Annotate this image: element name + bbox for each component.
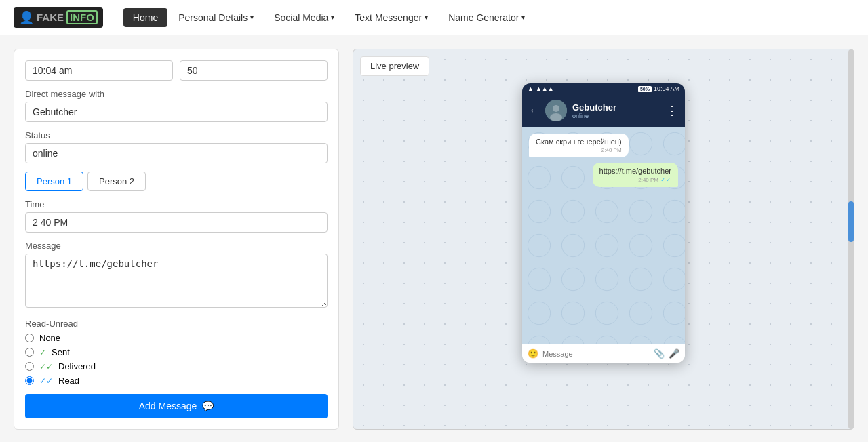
scrollbar-thumb[interactable] — [848, 201, 854, 242]
status-row: Status — [25, 130, 328, 163]
wifi-icon: ▲ — [528, 85, 534, 92]
svg-point-1 — [553, 105, 559, 112]
message-time-sent: 2:40 PM ✓✓ — [599, 176, 671, 183]
double-check-icon: ✓✓ — [660, 176, 671, 183]
nav-item-personal[interactable]: Personal Details ▾ — [169, 8, 263, 27]
tg-input-bar: 🙂 📎 🎤 — [522, 344, 685, 363]
tg-header: ← Gebutcher online ⋮ — [522, 94, 685, 127]
tab-person1[interactable]: Person 1 — [25, 172, 83, 191]
contact-status: online — [572, 113, 660, 119]
nav-item-social[interactable]: Social Media ▾ — [264, 8, 344, 27]
radio-read-label: Read — [58, 376, 79, 386]
brand-logo: 👤 FAKE INFO — [14, 7, 103, 28]
more-options-icon[interactable]: ⋮ — [666, 103, 678, 118]
nav-item-name[interactable]: Name Generator ▾ — [439, 8, 534, 27]
chat-icon: 💬 — [202, 401, 214, 411]
add-message-label: Add Message — [139, 401, 197, 411]
battery-indicator: 50% — [638, 86, 652, 92]
tg-message-input[interactable] — [542, 350, 650, 358]
tab-person2[interactable]: Person 2 — [87, 172, 146, 191]
time-field[interactable] — [25, 212, 328, 233]
radio-none[interactable]: None — [25, 333, 328, 343]
mic-icon[interactable]: 🎤 — [669, 348, 679, 359]
main-content: Direct message with Status Person 1 Pers… — [0, 35, 868, 442]
nav-item-text[interactable]: Text Messenger ▾ — [345, 8, 437, 27]
time-label: Time — [25, 199, 328, 209]
radio-sent[interactable]: ✓ Sent — [25, 347, 328, 357]
direct-message-row: Direct message with — [25, 89, 328, 122]
svg-point-2 — [550, 113, 562, 121]
battery-input[interactable] — [180, 60, 328, 81]
live-preview-tab: Live preview — [360, 56, 429, 76]
radio-delivered[interactable]: ✓✓ Delivered — [25, 361, 328, 371]
chevron-down-icon: ▾ — [521, 14, 525, 21]
status-label: Status — [25, 130, 328, 140]
contact-name: Gebutcher — [572, 102, 660, 113]
chevron-down-icon: ▾ — [250, 14, 254, 21]
left-panel: Direct message with Status Person 1 Pers… — [14, 49, 339, 430]
add-message-button[interactable]: Add Message 💬 — [25, 394, 328, 418]
logo-person-icon: 👤 — [19, 10, 34, 25]
read-unread-row: Read-Unread None ✓ Sent ✓✓ Delivered — [25, 319, 328, 386]
sent-check-icon: ✓ — [39, 348, 46, 357]
time-input[interactable] — [25, 60, 173, 81]
logo: 👤 FAKE INFO — [14, 7, 103, 28]
radio-sent-input[interactable] — [25, 348, 34, 357]
scrollbar[interactable] — [848, 49, 854, 429]
message-textarea[interactable]: https://t.me/gebutcher — [25, 254, 328, 308]
message-label: Message — [25, 241, 328, 251]
right-panel: Live preview ▲ ▲▲▲ 50% 10:04 AM ← — [353, 49, 854, 430]
status-right: 50% 10:04 AM — [638, 85, 679, 92]
status-left: ▲ ▲▲▲ — [528, 85, 554, 92]
radio-sent-label: Sent — [52, 347, 70, 357]
contact-name-area: Gebutcher online — [572, 102, 660, 119]
time-battery-row — [25, 60, 328, 81]
nav-item-home[interactable]: Home — [123, 8, 167, 27]
navbar: 👤 FAKE INFO Home Personal Details ▾ Soci… — [0, 0, 868, 35]
radio-delivered-label: Delivered — [58, 361, 96, 371]
chevron-down-icon: ▾ — [331, 14, 334, 21]
message-time-received: 2:40 PM — [536, 147, 622, 153]
tg-chat: Скам скрин генерейшен) 2:40 PM https://t… — [522, 127, 685, 344]
direct-message-label: Direct message with — [25, 89, 328, 99]
delivered-check-icon: ✓✓ — [39, 362, 53, 371]
logo-info-text: INFO — [66, 10, 98, 24]
radio-read[interactable]: ✓✓ Read — [25, 376, 328, 386]
radio-read-input[interactable] — [25, 376, 34, 385]
radio-none-input[interactable] — [25, 334, 34, 342]
read-check-icon: ✓✓ — [39, 376, 53, 386]
contact-avatar — [545, 100, 567, 121]
chevron-down-icon: ▾ — [425, 14, 428, 21]
radio-none-label: None — [39, 333, 60, 343]
time-row: Time — [25, 199, 328, 233]
message-row: Message https://t.me/gebutcher — [25, 241, 328, 310]
radio-group: None ✓ Sent ✓✓ Delivered ✓✓ Read — [25, 333, 328, 386]
status-input[interactable] — [25, 143, 328, 163]
status-time: 10:04 AM — [654, 85, 679, 92]
direct-message-input[interactable] — [25, 102, 328, 122]
emoji-icon[interactable]: 🙂 — [528, 348, 538, 359]
read-unread-label: Read-Unread — [25, 319, 328, 329]
logo-fake-text: FAKE — [37, 12, 64, 23]
message-text-received: Скам скрин генерейшен) — [536, 138, 622, 146]
phone-mockup: ▲ ▲▲▲ 50% 10:04 AM ← Gebutcher online — [522, 83, 685, 363]
message-text-sent: https://t.me/gebutcher — [599, 167, 671, 175]
message-sent: https://t.me/gebutcher 2:40 PM ✓✓ — [593, 163, 678, 187]
person-tabs: Person 1 Person 2 — [25, 172, 328, 191]
phone-status-bar: ▲ ▲▲▲ 50% 10:04 AM — [522, 83, 685, 94]
back-icon[interactable]: ← — [529, 104, 540, 117]
message-received: Скам скрин генерейшен) 2:40 PM — [529, 134, 629, 157]
signal-icon: ▲▲▲ — [536, 85, 554, 92]
radio-delivered-input[interactable] — [25, 362, 34, 371]
attach-icon[interactable]: 📎 — [654, 348, 665, 359]
nav-links: Home Personal Details ▾ Social Media ▾ T… — [123, 8, 535, 27]
